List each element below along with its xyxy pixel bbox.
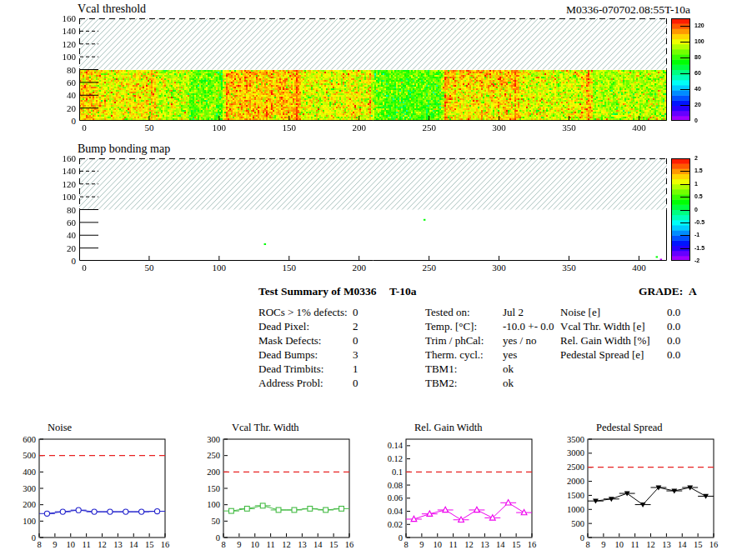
summary-row-label: Vcal Thr. Width [e] [560, 320, 645, 332]
svg-text:2500: 2500 [567, 462, 584, 472]
svg-text:15: 15 [145, 540, 154, 549]
colorbar-tick [680, 105, 690, 106]
x-axis-tick-label: 400 [622, 122, 655, 132]
bump-bonding-title: Bump bonding map [78, 142, 170, 156]
svg-text:0.04: 0.04 [388, 507, 404, 516]
colorbar-tick [680, 58, 690, 58]
svg-text:0: 0 [216, 533, 220, 542]
svg-text:0.06: 0.06 [388, 493, 403, 502]
summary-row: Pedestal Spread [e]0.0 [560, 348, 710, 362]
x-axis-tick-label: 100 [203, 262, 236, 272]
svg-text:100: 100 [207, 500, 220, 509]
y-axis-tick-label: 100 [43, 52, 76, 62]
colorbar-tick-label: 20 [694, 102, 701, 108]
x-axis-tick-label: 250 [413, 262, 446, 272]
svg-text:12: 12 [464, 540, 474, 549]
colorbar-tick [680, 260, 690, 261]
summary-row-value: 0 [353, 306, 358, 319]
colorbar-tick [680, 184, 690, 185]
colorbar-tick-label: 1.5 [694, 168, 703, 173]
summary-row: Tested on:Jul 2 [425, 306, 575, 320]
colorbar-tick-label: -1 [694, 232, 699, 238]
svg-text:15: 15 [694, 540, 703, 549]
summary-row-label: TBM2: [425, 377, 457, 389]
summary-row: TBM1:ok [425, 362, 575, 377]
colorbar-tick-label: -1.5 [694, 245, 704, 251]
summary-row: Noise [e]0.0 [560, 306, 710, 320]
summary-results-column: Noise [e]0.0Vcal Thr. Width [e]0.0Rel. G… [560, 306, 710, 362]
y-axis-tick-label: 120 [43, 39, 76, 49]
summary-row: Vcal Thr. Width [e]0.0 [560, 320, 710, 334]
summary-row-value: yes [503, 348, 517, 362]
colorbar-tick-label: 0.5 [694, 193, 703, 199]
pedestal-spread-trend-chart: Pedestal Spread0500100015002000250030003… [549, 417, 732, 560]
summary-row: Mask Defects:0 [258, 334, 417, 348]
svg-text:0.1: 0.1 [392, 468, 403, 477]
x-axis-tick-label: 100 [203, 122, 236, 132]
summary-row-label: Mask Defects: [258, 334, 321, 347]
summary-row: Rel. Gain Width [%]0.0 [560, 334, 710, 348]
summary-row-value: yes / no [503, 334, 536, 348]
colorbar-tick-label: 60 [694, 70, 701, 76]
summary-row-value: 0 [353, 377, 358, 390]
svg-text:15: 15 [329, 540, 338, 549]
summary-row-label: Therm. cycl.: [425, 348, 484, 361]
vcal-thr-width-trend-chart: Vcal Thr. Width0501001502002503008910111… [184, 417, 368, 560]
vcal-threshold-title: Vcal threshold [78, 2, 146, 16]
y-axis-tick-label: 40 [43, 90, 76, 100]
svg-text:10: 10 [251, 540, 260, 549]
summary-row-label: TBM1: [425, 362, 457, 375]
x-axis-tick-label: 250 [413, 122, 446, 132]
svg-text:13: 13 [113, 540, 123, 549]
svg-text:0.08: 0.08 [388, 481, 403, 490]
y-axis-tick-label: 120 [43, 179, 76, 189]
colorbar-tick [680, 197, 690, 198]
x-axis-tick-label: 300 [483, 122, 516, 132]
y-axis-tick-label: 40 [43, 230, 76, 240]
mini-chart-title: Noise [48, 422, 73, 433]
svg-text:15: 15 [512, 540, 521, 549]
svg-text:150: 150 [207, 484, 220, 493]
summary-row-label: Tested on: [425, 306, 470, 318]
colorbar-tick-label: 100 [694, 38, 704, 44]
svg-text:13: 13 [298, 540, 307, 549]
svg-text:1500: 1500 [567, 491, 584, 500]
summary-row-value: 0 [353, 334, 358, 348]
svg-text:9: 9 [419, 540, 424, 549]
colorbar-tick [680, 248, 690, 249]
colorbar-tick-label: 1 [694, 181, 698, 187]
y-axis-tick-label: 100 [43, 192, 76, 202]
summary-row-label: Address Probl: [258, 377, 323, 389]
svg-text:11: 11 [267, 540, 275, 549]
mini-chart-title: Rel. Gain Width [414, 422, 483, 433]
svg-text:11: 11 [631, 540, 639, 549]
svg-text:10: 10 [67, 540, 76, 549]
summary-row-value: 3 [353, 348, 358, 362]
colorbar-tick [680, 42, 690, 42]
svg-text:3000: 3000 [567, 448, 584, 458]
x-axis-tick-label: 0 [68, 262, 101, 272]
module-id-label: M0336-070702.08:55T-10a [440, 3, 690, 17]
svg-text:14: 14 [129, 540, 138, 549]
x-axis-tick-label: 350 [553, 122, 586, 132]
svg-text:8: 8 [585, 540, 589, 549]
grade-label: GRADE: [639, 285, 683, 298]
svg-text:0: 0 [580, 533, 584, 542]
x-axis-tick-label: 200 [343, 122, 376, 132]
y-axis-tick-label: 140 [43, 166, 76, 176]
svg-text:300: 300 [207, 435, 220, 444]
summary-row-label: ROCs > 1% defects: [258, 306, 348, 318]
summary-defects-column: ROCs > 1% defects:0Dead Pixel:2Mask Defe… [258, 306, 417, 391]
summary-row-value: 0.0 [667, 306, 680, 319]
y-axis-tick-label: 160 [43, 153, 76, 163]
svg-text:9: 9 [53, 540, 57, 549]
svg-text:3500: 3500 [567, 435, 584, 444]
summary-row-label: Dead Trimbits: [258, 362, 323, 375]
colorbar-tick-label: 120 [694, 22, 704, 28]
colorbar-tick [680, 235, 690, 236]
summary-row: ROCs > 1% defects:0 [258, 306, 417, 320]
colorbar-tick [680, 73, 690, 74]
noise-trend-chart: Noise01002003004005006008910111213141516 [0, 417, 183, 560]
svg-text:9: 9 [237, 540, 241, 549]
colorbar-tick [680, 210, 690, 211]
